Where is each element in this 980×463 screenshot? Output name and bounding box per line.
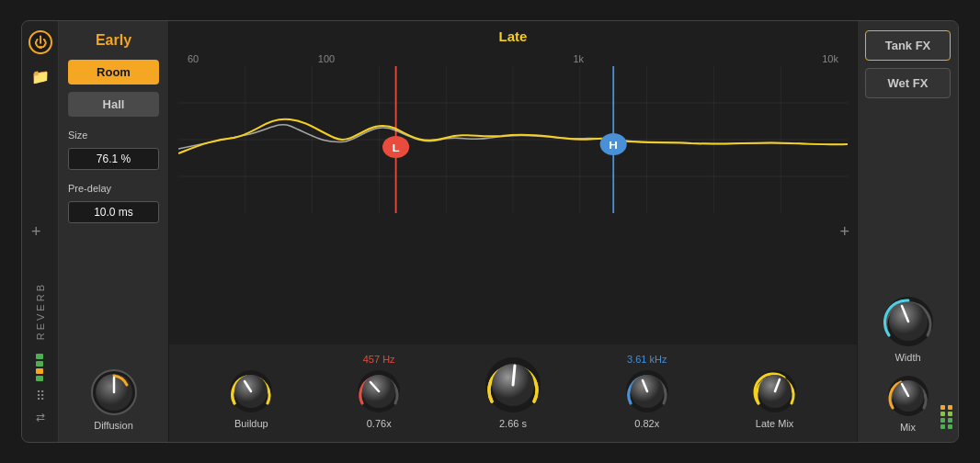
- knobs-row: Buildup 457 Hz: [169, 344, 857, 442]
- left-plus-button[interactable]: +: [31, 222, 41, 242]
- vu-bar: [36, 361, 43, 367]
- decay-label: 2.66 s: [499, 418, 527, 429]
- late-mix-group: Late Mix: [752, 368, 798, 429]
- late-mix-label: Late Mix: [756, 418, 794, 429]
- buildup-group: Buildup: [228, 368, 274, 429]
- hall-button[interactable]: Hall: [68, 92, 159, 117]
- freq-1k: 1k: [573, 53, 584, 64]
- room-button[interactable]: Room: [68, 60, 159, 85]
- power-button[interactable]: ⏻: [28, 30, 52, 54]
- diffusion-section: Diffusion: [68, 368, 159, 431]
- vu-bar: [36, 376, 43, 381]
- vu-seg: [948, 418, 952, 423]
- diffusion-knob[interactable]: [90, 368, 138, 416]
- decay-knob[interactable]: [484, 356, 542, 414]
- svg-text:L: L: [393, 142, 401, 154]
- freq-10k: 10k: [822, 53, 838, 64]
- early-title: Early: [68, 32, 159, 49]
- decay-group: 2.66 s: [484, 356, 542, 429]
- folder-icon[interactable]: 📁: [31, 68, 50, 85]
- mix-knob[interactable]: [886, 374, 930, 418]
- low-freq-label: 457 Hz: [363, 354, 395, 365]
- vu-seg: [940, 412, 945, 416]
- freq-labels: 60 100 1k 10k: [169, 51, 857, 66]
- vu-seg: [948, 424, 952, 429]
- sidebar-bottom: ⠿ ⇄: [36, 354, 45, 423]
- diffusion-label: Diffusion: [94, 420, 133, 431]
- low-ratio-label: 0.76x: [367, 418, 392, 429]
- dots-icon[interactable]: ⠿: [36, 389, 45, 403]
- svg-line-27: [513, 366, 515, 385]
- high-ratio-label: 0.82x: [634, 418, 659, 429]
- width-knob[interactable]: [882, 295, 935, 348]
- size-label: Size: [68, 130, 159, 141]
- high-ratio-group: 3.61 kHz: [624, 354, 670, 429]
- vu-seg: [940, 418, 945, 423]
- vu-seg: [948, 412, 952, 416]
- reverb-label: REVERB: [35, 282, 46, 340]
- low-ratio-group: 457 Hz: [356, 354, 402, 429]
- predelay-value[interactable]: 10.0 ms: [68, 201, 159, 223]
- width-label: Width: [895, 352, 920, 363]
- vu-bar: [36, 354, 43, 359]
- width-group: Width: [882, 295, 935, 363]
- predelay-label: Pre-delay: [68, 183, 159, 194]
- late-header: Late: [169, 21, 857, 51]
- right-panel: Tank FX Wet FX: [857, 21, 958, 442]
- high-ratio-knob[interactable]: [624, 368, 670, 414]
- arrows-icon[interactable]: ⇄: [36, 411, 45, 423]
- vu-col-right: [948, 405, 952, 429]
- freq-60: 60: [188, 53, 199, 64]
- size-value[interactable]: 76.1 %: [68, 148, 159, 170]
- tank-fx-button[interactable]: Tank FX: [865, 30, 951, 61]
- vu-seg: [940, 424, 945, 429]
- early-panel: Early Room Hall Size 76.1 % Pre-delay 10…: [59, 21, 169, 442]
- right-knobs: Width: [865, 295, 951, 433]
- mix-label: Mix: [900, 422, 916, 433]
- buildup-knob[interactable]: [228, 368, 274, 414]
- buildup-label: Buildup: [234, 418, 268, 429]
- vu-meters-right: [940, 405, 952, 429]
- eq-display: L H: [178, 66, 848, 344]
- low-ratio-knob[interactable]: [356, 368, 402, 414]
- main-area: Late 60 100 1k 10k: [169, 21, 857, 442]
- right-plus-button[interactable]: +: [839, 222, 849, 242]
- late-mix-knob[interactable]: [752, 368, 798, 414]
- vu-seg: [940, 405, 945, 410]
- wet-fx-button[interactable]: Wet FX: [865, 68, 951, 98]
- vu-col-left: [940, 405, 945, 429]
- vu-meter-left: [36, 354, 45, 381]
- plugin-container: ⏻ 📁 REVERB ⠿ ⇄ Early Room Hall Size 76.1…: [21, 20, 959, 443]
- vu-seg: [948, 405, 952, 410]
- diffusion-knob-container[interactable]: [90, 368, 138, 416]
- svg-text:H: H: [609, 140, 618, 152]
- high-freq-label: 3.61 kHz: [627, 354, 667, 365]
- mix-group: Mix: [886, 374, 930, 433]
- freq-100: 100: [318, 53, 335, 64]
- eq-svg: L H: [178, 66, 848, 213]
- vu-bar: [36, 368, 43, 374]
